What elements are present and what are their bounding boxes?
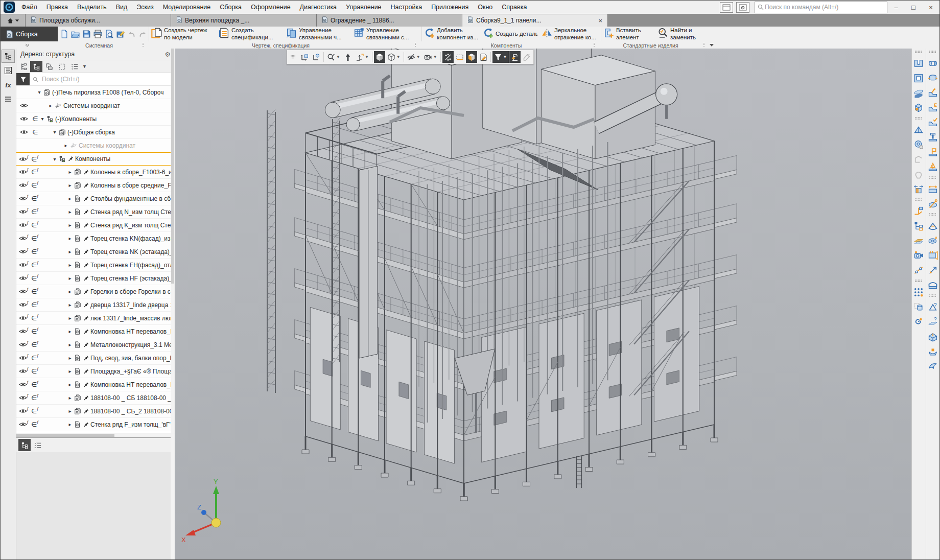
view-frame-tool-icon[interactable] <box>926 248 939 263</box>
filter-settings-icon[interactable] <box>68 61 81 72</box>
expander-icon[interactable]: ▸ <box>67 302 73 308</box>
visibility-toggle[interactable]: ƒ <box>18 391 30 404</box>
tree-vertical-scrollbar[interactable] <box>171 49 175 559</box>
toolbar-grip[interactable] <box>926 211 939 218</box>
cone-tool-icon[interactable] <box>926 159 939 174</box>
check-plane-tool-icon[interactable]: ? <box>926 314 939 329</box>
expander-icon[interactable]: ▸ <box>67 222 73 228</box>
tree-item[interactable]: ▾(-)Печь пиролиза F1008 (Тел-0, Сбороч <box>16 86 175 99</box>
hull-tool-icon[interactable] <box>926 344 939 359</box>
document-tab[interactable]: Верхняя площадка _... <box>171 14 317 27</box>
menu-item[interactable]: Эскиз <box>132 4 158 11</box>
command-search-input[interactable] <box>764 3 884 11</box>
home-tab-icon[interactable] <box>1 14 26 27</box>
visibility-toggle[interactable]: ƒ <box>18 192 30 205</box>
include-toggle[interactable]: ∈ƒ <box>31 219 40 231</box>
include-toggle[interactable]: ∈ <box>31 126 40 138</box>
tree-structure-tab[interactable] <box>18 439 31 451</box>
tree-item[interactable]: ƒ∈ƒ▸Торец стенка NK (эстакада)_изм Торец <box>16 245 175 259</box>
visibility-toggle[interactable]: ƒ <box>18 205 30 218</box>
segment-tool-icon[interactable] <box>912 263 925 277</box>
command-search[interactable] <box>755 2 887 13</box>
copy-body-tool-icon[interactable] <box>912 299 925 314</box>
expander-icon[interactable]: ▸ <box>67 169 73 175</box>
expander-icon[interactable]: ▸ <box>67 342 73 347</box>
filter-icon[interactable]: ▼ <box>492 51 509 63</box>
tree-item[interactable]: ƒ∈ƒ▸Под, свод, зиа, балки опор_Под, свод… <box>16 352 175 365</box>
dropdown-caret-icon[interactable]: ▼ <box>396 55 401 59</box>
visibility-toggle[interactable]: ƒ <box>18 245 30 258</box>
visibility-toggle[interactable] <box>18 139 30 152</box>
visibility-toggle[interactable]: ƒ <box>18 325 30 338</box>
manage-linked-specs-button[interactable]: Управлениесвязанными с... <box>351 27 419 41</box>
viewport[interactable]: ▼▼▼▼▼▼ YXZ <box>175 49 911 559</box>
tree-search-input[interactable] <box>41 75 175 83</box>
orientation-icon[interactable] <box>342 51 354 63</box>
redo-icon[interactable] <box>137 28 148 41</box>
expander-icon[interactable]: ▸ <box>67 355 73 361</box>
planes-tool-icon[interactable] <box>912 233 925 248</box>
menu-item[interactable]: Справка <box>497 4 531 11</box>
expander-icon[interactable]: ▸ <box>67 262 73 268</box>
hide-objects-icon[interactable]: ▼ <box>406 51 422 63</box>
include-toggle[interactable]: ∈ƒ <box>31 232 40 245</box>
display-mode-icon[interactable]: ▼ <box>386 51 402 63</box>
visibility-toggle[interactable] <box>18 126 30 138</box>
menu-item[interactable]: Сборка <box>215 4 246 11</box>
panel-tool-icon[interactable] <box>912 85 925 100</box>
include-toggle[interactable]: ∈ƒ <box>31 205 40 218</box>
toolbar-grip[interactable] <box>912 196 925 203</box>
visibility-toggle[interactable]: ƒ <box>18 378 30 391</box>
tree-item[interactable]: ƒ∈ƒ▸Площадка_+§ГаЄ «® Площадка_+§ГаЄ « <box>16 365 175 378</box>
expander-icon[interactable]: ▸ <box>67 249 73 254</box>
frame-dim-tool-icon[interactable] <box>926 181 939 196</box>
visibility-toggle[interactable]: ƒ <box>18 153 30 165</box>
disc-tool-icon[interactable] <box>926 196 939 211</box>
menu-item[interactable]: Диагностика <box>295 4 341 11</box>
expander-icon[interactable]: ▸ <box>67 289 73 294</box>
menu-item[interactable]: Правка <box>42 4 73 11</box>
axes-tool-icon[interactable] <box>912 203 925 218</box>
include-toggle[interactable]: ∈ƒ <box>31 325 40 338</box>
visibility-toggle[interactable]: ƒ <box>18 312 30 324</box>
ribbon-options-icon[interactable] <box>706 41 718 49</box>
expander-icon[interactable]: ▾ <box>52 156 57 162</box>
shell-tool-icon[interactable] <box>926 329 939 344</box>
select-area-icon[interactable] <box>56 61 68 72</box>
tree-item[interactable]: ƒ∈ƒ▸Стенка ряд F_изм толщ_'вГ'Є Стенка р… <box>16 418 175 431</box>
parameters-panel-toggle[interactable] <box>2 64 15 77</box>
close-button[interactable]: × <box>922 1 939 13</box>
diag-arrow-tool-icon[interactable] <box>926 263 939 277</box>
include-toggle[interactable]: ∈ƒ <box>31 405 40 417</box>
expander-icon[interactable]: ▾ <box>40 116 45 122</box>
section-icon[interactable] <box>442 51 454 63</box>
include-toggle[interactable]: ∈ƒ <box>31 179 40 192</box>
tree-list-tab[interactable] <box>32 439 44 451</box>
visibility-toggle[interactable]: ƒ <box>18 338 30 351</box>
include-toggle[interactable]: ∈ <box>31 112 40 125</box>
document-tab[interactable]: Сборка9_1_1 панели...× <box>462 14 608 27</box>
tree-item[interactable]: ƒ∈ƒ▸Колонны в сборе средние_F1003-6 Кол <box>16 179 175 192</box>
dropdown-caret-icon[interactable]: ▼ <box>336 55 340 59</box>
document-tab[interactable]: Ограждение _ 11886... <box>317 14 462 27</box>
anchor-tool-icon[interactable] <box>926 130 939 145</box>
expander-icon[interactable]: ▸ <box>67 329 73 334</box>
maximize-button[interactable]: □ <box>905 1 922 13</box>
include-toggle[interactable]: ∈ƒ <box>31 365 40 378</box>
tree-item[interactable]: ƒ∈ƒ▸Торец стенка HF (эстакада)_изм Торец <box>16 272 175 285</box>
shaded-mode-icon[interactable] <box>374 51 385 63</box>
include-toggle[interactable]: ∈ƒ <box>31 245 40 258</box>
relations-icon[interactable] <box>43 61 55 72</box>
app-logo-icon[interactable] <box>4 2 15 13</box>
print-icon[interactable] <box>92 28 103 41</box>
tree-item[interactable]: ƒ∈ƒ▸Колонны в сборе_F1003-6_исп Колонн <box>16 166 175 179</box>
toolbar-grip[interactable] <box>912 277 925 285</box>
menu-item[interactable]: Управление <box>341 4 386 11</box>
expander-icon[interactable]: ▸ <box>67 408 73 414</box>
clamp-tool-icon[interactable] <box>926 71 939 85</box>
spiral-tool-icon[interactable] <box>912 314 925 329</box>
tree-item[interactable]: ƒ∈ƒ▸Столбы фундаментные в сборе Столбы <box>16 192 175 205</box>
frame-tool-icon[interactable] <box>912 152 925 167</box>
visibility-toggle[interactable]: ƒ <box>18 285 30 298</box>
add-component-button[interactable]: Добавитькомпонент из... <box>422 27 481 41</box>
